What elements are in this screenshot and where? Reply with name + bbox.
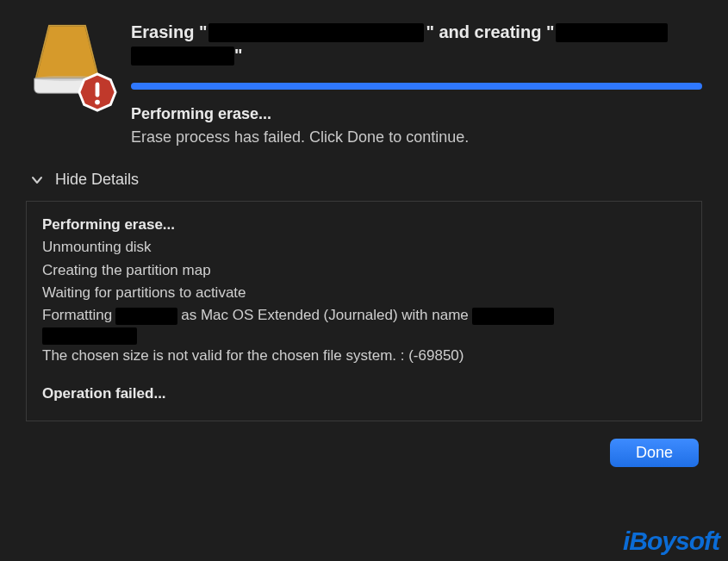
log-line-unmount: Unmounting disk: [42, 236, 686, 259]
details-toggle-label: Hide Details: [55, 171, 139, 189]
log-format-prefix: Formatting: [42, 304, 112, 327]
erase-dialog: Erasing " " and creating " " Performing …: [0, 0, 728, 484]
svg-point-3: [95, 100, 100, 105]
dialog-header: Erasing " " and creating " " Performing …: [26, 19, 702, 146]
log-line-waiting: Waiting for partitions to activate: [42, 282, 686, 304]
redacted-source-name: [208, 23, 424, 42]
title-prefix: Erasing ": [131, 21, 207, 44]
redacted-name-1: [472, 308, 554, 325]
done-button[interactable]: Done: [610, 439, 699, 467]
dialog-footer: Done: [26, 439, 702, 467]
log-heading: Performing erase...: [42, 214, 686, 236]
title-suffix: ": [234, 46, 242, 65]
status-subtitle: Erase process has failed. Click Done to …: [131, 128, 702, 146]
dialog-title-cont: ": [131, 46, 702, 65]
log-line-formatting: Formatting as Mac OS Extended (Journaled…: [42, 304, 686, 327]
redacted-disk-id: [115, 308, 177, 325]
log-format-mid: as Mac OS Extended (Journaled) with name: [181, 304, 469, 327]
log-line-formatting-cont: [42, 327, 686, 345]
status-title: Performing erase...: [131, 105, 702, 123]
redacted-target-name-part1: [556, 23, 668, 42]
log-line-partition: Creating the partition map: [42, 259, 686, 282]
dialog-title: Erasing " " and creating ": [131, 21, 702, 44]
header-text-block: Erasing " " and creating " " Performing …: [131, 19, 702, 146]
disk-icon-with-alert: [26, 21, 112, 107]
svg-rect-2: [96, 83, 100, 97]
redacted-name-2: [42, 327, 137, 345]
redacted-target-name-part2: [131, 47, 234, 65]
progress-bar: [131, 83, 702, 90]
log-error: The chosen size is not valid for the cho…: [42, 345, 686, 367]
title-mid: " and creating ": [426, 21, 554, 44]
chevron-down-icon: [31, 174, 43, 186]
alert-icon: [78, 72, 117, 112]
hide-details-toggle[interactable]: Hide Details: [31, 171, 702, 189]
watermark: iBoysoft: [623, 527, 719, 556]
log-footer: Operation failed...: [42, 383, 686, 405]
details-log: Performing erase... Unmounting disk Crea…: [26, 201, 702, 421]
